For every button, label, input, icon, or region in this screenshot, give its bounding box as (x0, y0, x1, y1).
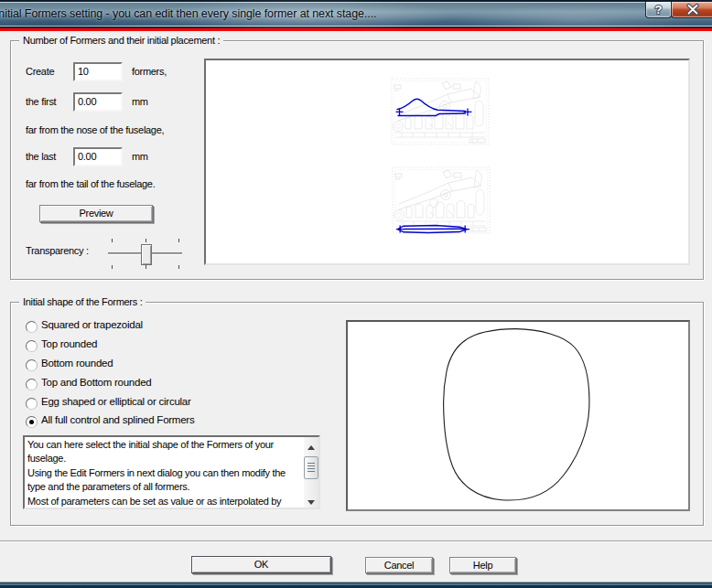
svg-text:?: ? (655, 3, 663, 16)
